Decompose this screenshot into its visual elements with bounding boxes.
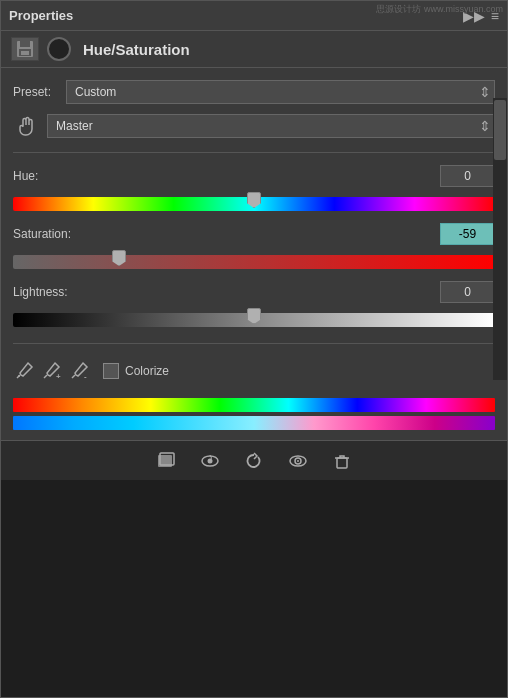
svg-text:-: - xyxy=(84,372,87,381)
saturation-slider-track xyxy=(13,255,495,269)
channel-select[interactable]: Master Reds Yellows Greens Cyans Blues M… xyxy=(47,114,495,138)
save-icon[interactable] xyxy=(11,37,39,61)
eyedropper-icons-group: + - xyxy=(13,360,91,382)
colorize-row: + - Colorize xyxy=(13,360,495,382)
lightness-value-input[interactable] xyxy=(440,281,495,303)
color-bar-bottom xyxy=(13,416,495,430)
svg-rect-3 xyxy=(21,51,29,55)
panel-header: Hue/Saturation xyxy=(1,31,507,68)
svg-point-13 xyxy=(297,460,299,462)
eyedropper-plus-icon[interactable]: + xyxy=(41,360,63,382)
svg-point-4 xyxy=(18,375,20,377)
lightness-label: Lightness: xyxy=(13,285,68,299)
eyedropper-minus-icon[interactable]: - xyxy=(69,360,91,382)
scrollbar-thumb[interactable] xyxy=(494,100,506,160)
saturation-value-input[interactable] xyxy=(440,223,495,245)
svg-text:+: + xyxy=(56,372,61,381)
saturation-label: Saturation: xyxy=(13,227,71,241)
hue-value-input[interactable] xyxy=(440,165,495,187)
hue-saturation-title: Hue/Saturation xyxy=(83,41,190,58)
lightness-group: Lightness: xyxy=(13,281,495,331)
colorize-checkbox-area[interactable]: Colorize xyxy=(103,363,169,379)
preset-row: Preset: Custom Default Strong Saturation… xyxy=(13,80,495,104)
channel-row: Master Reds Yellows Greens Cyans Blues M… xyxy=(13,112,495,140)
adjustment-circle-icon xyxy=(47,37,71,61)
divider-1 xyxy=(13,152,495,153)
delete-button[interactable] xyxy=(328,447,356,475)
eyedropper-icon[interactable] xyxy=(13,360,35,382)
svg-rect-14 xyxy=(337,458,347,468)
color-bar-top xyxy=(13,398,495,412)
bottom-toolbar xyxy=(1,440,507,480)
scrollbar[interactable] xyxy=(493,98,507,380)
preset-select[interactable]: Custom Default Strong Saturation Desatur… xyxy=(66,80,495,104)
visibility-button[interactable] xyxy=(196,447,224,475)
svg-rect-1 xyxy=(20,41,30,47)
hue-group: Hue: xyxy=(13,165,495,215)
add-layer-button[interactable] xyxy=(152,447,180,475)
eye2-button[interactable] xyxy=(284,447,312,475)
watermark: 思源设计坊 www.missyuan.com xyxy=(376,3,503,16)
hue-label: Hue: xyxy=(13,169,38,183)
saturation-group: Saturation: xyxy=(13,223,495,273)
panel-content: Preset: Custom Default Strong Saturation… xyxy=(1,68,507,440)
channel-select-wrapper: Master Reds Yellows Greens Cyans Blues M… xyxy=(47,114,495,138)
divider-2 xyxy=(13,343,495,344)
reset-button[interactable] xyxy=(240,447,268,475)
hand-tool-icon[interactable] xyxy=(13,112,41,140)
colorize-checkbox[interactable] xyxy=(103,363,119,379)
color-bars-section xyxy=(13,398,495,430)
preset-select-wrapper: Custom Default Strong Saturation Desatur… xyxy=(66,80,495,104)
colorize-label: Colorize xyxy=(125,364,169,378)
preset-label: Preset: xyxy=(13,85,58,99)
panel-title-bar: Properties xyxy=(9,8,73,23)
